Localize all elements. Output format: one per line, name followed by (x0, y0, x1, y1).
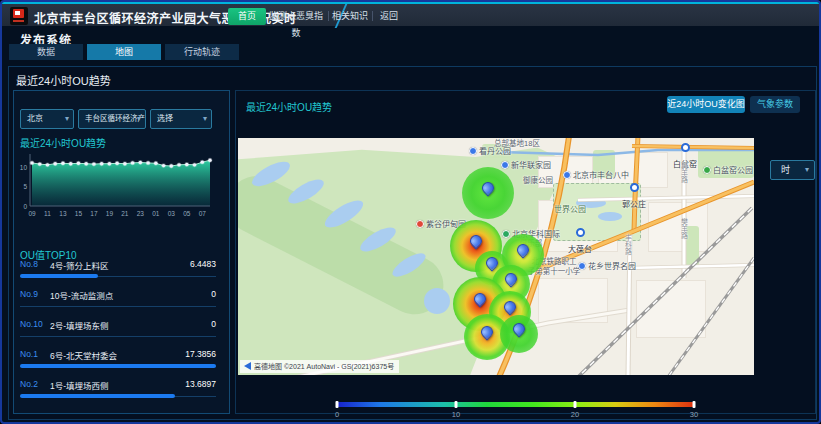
progress-track (20, 304, 216, 308)
svg-text:09: 09 (28, 210, 36, 217)
app-window: 北京市丰台区循环经济产业园大气恶臭状况实时 首页 监测点恶臭指数 相关知识 返回… (0, 0, 821, 424)
rank-label: No.1 (20, 349, 38, 359)
poi-cgreen-poi-icon (502, 230, 510, 238)
ou-value: 6.4483 (190, 259, 216, 269)
tab-data[interactable]: 数据 (9, 44, 83, 60)
site-select[interactable]: 选择 ▾ (150, 109, 212, 129)
scale-tick (336, 401, 339, 408)
scale-tick (454, 401, 457, 408)
metro-icon (576, 228, 585, 237)
header: 北京市丰台区循环经济产业园大气恶臭状况实时 首页 监测点恶臭指数 相关知识 返回 (2, 2, 819, 26)
poi-green-poi-icon (703, 166, 711, 174)
ranking-row[interactable]: No.2 1号-填埋场西侧 13.6897 (20, 379, 216, 401)
svg-text:0: 0 (23, 203, 27, 210)
scale-label: 20 (571, 410, 579, 419)
ou-color-scale (337, 402, 694, 407)
metro-station-label: 郭公庄 (622, 183, 646, 211)
svg-text:13: 13 (59, 210, 67, 217)
progress-track (20, 364, 216, 368)
time-unit-value: 时 (781, 165, 790, 175)
ou-value: 0 (211, 289, 216, 299)
map-label: 北京市丰台八中 (563, 171, 629, 180)
map-label: 白盆窑公园 (703, 166, 753, 175)
poi-blue-poi-icon (563, 171, 571, 179)
scale-label: 10 (452, 410, 460, 419)
svg-text:21: 21 (121, 210, 129, 217)
progress-fill (20, 364, 216, 368)
site-name: 6号-北天堂村委会 (50, 349, 117, 361)
map-label: 新华联家园 (501, 161, 551, 170)
progress-track (20, 334, 216, 338)
svg-text:05: 05 (183, 210, 191, 217)
site-name: 4号-筛分上料区 (50, 259, 109, 271)
nav-item-home[interactable]: 首页 (228, 8, 266, 25)
rank-label: No.9 (20, 289, 38, 299)
poi-red-poi-icon (416, 220, 424, 228)
ranking-row[interactable]: No.10 2号-填埋场东侧 0 (20, 319, 216, 341)
metro-icon (630, 183, 639, 192)
map-attribution: 高德地图 ©2021 AutoNavi - GS(2021)6375号 (240, 360, 399, 373)
nav-item-back[interactable]: 返回 (374, 8, 404, 25)
progress-fill (20, 394, 175, 398)
chevron-down-icon: ▾ (203, 110, 207, 128)
poi-blue-poi-icon (501, 161, 509, 169)
attribution-text: 高德地图 ©2021 AutoNavi - GS(2021)6375号 (254, 363, 394, 370)
site-name: 10号-流动监测点 (50, 289, 113, 301)
time-unit-select[interactable]: 时 ▾ (770, 160, 815, 180)
ou-value: 17.3856 (185, 349, 216, 359)
svg-text:15: 15 (75, 210, 83, 217)
ranking-row[interactable]: No.1 6号-北天堂村委会 17.3856 (20, 349, 216, 371)
chevron-down-icon: ▾ (65, 110, 69, 128)
city-select[interactable]: 北京 ▾ (20, 109, 74, 129)
svg-text:23: 23 (137, 210, 145, 217)
metro-icon (681, 143, 690, 152)
ranking-row[interactable]: No.8 4号-筛分上料区 6.4483 (20, 259, 216, 281)
svg-text:19: 19 (106, 210, 114, 217)
chevron-down-icon: ▾ (137, 110, 141, 128)
progress-fill (20, 274, 98, 278)
scale-tick (693, 401, 696, 408)
svg-text:07: 07 (199, 210, 207, 217)
map-label: 花乡世界名园 (578, 262, 636, 271)
scale-tick (573, 401, 576, 408)
panel-title: 最近24小时OU趋势 (16, 72, 111, 88)
nav-separator (372, 11, 373, 21)
poi-blue-poi-icon (469, 147, 477, 155)
rank-label: No.10 (20, 319, 43, 329)
map-label: 世界公园 (554, 206, 586, 214)
map-label: 御康公园 (523, 177, 553, 185)
scale-label: 30 (690, 410, 698, 419)
city-select-value: 北京 (27, 114, 43, 123)
map-label: 看丹公园 (469, 147, 511, 156)
svg-text:03: 03 (168, 210, 176, 217)
weather-params-button[interactable]: 气象参数 (750, 96, 800, 113)
chevron-down-icon: ▾ (805, 161, 809, 179)
app-logo (10, 7, 28, 25)
map-label: 丰科路 (625, 234, 632, 255)
map-label: 樊羊路 (681, 162, 688, 183)
site-name: 1号-填埋场西侧 (50, 379, 109, 391)
scale-label: 0 (335, 410, 339, 419)
site-name: 2号-填埋场东侧 (50, 319, 109, 331)
autonavi-logo (244, 362, 251, 370)
ou-trend-chart: 0510091113151719212301030507 (16, 148, 220, 238)
ou-value: 0 (211, 319, 216, 329)
ou-change-map-button[interactable]: 近24小时OU变化图 (667, 96, 745, 113)
site-select-value: 选择 (157, 114, 173, 123)
park-select[interactable]: 丰台区循环经济产 ▾ (78, 109, 146, 129)
map-canvas[interactable]: 总部基地18区看丹公园新华联家园御康公园北京市丰台八中郭公庄白盆窑白盆窑公园大葆… (238, 138, 754, 375)
ranking-row[interactable]: No.9 10号-流动监测点 0 (20, 289, 216, 311)
nav-item-station-index[interactable]: 监测点恶臭指数 (266, 8, 326, 25)
map-label: 樊羊路 (681, 218, 688, 239)
svg-text:10: 10 (20, 164, 28, 171)
tab-map[interactable]: 地图 (87, 44, 161, 60)
nav-item-knowledge[interactable]: 相关知识 (330, 8, 370, 25)
tab-track[interactable]: 行动轨迹 (165, 44, 239, 60)
poi-blue-poi-icon (578, 262, 586, 270)
svg-text:11: 11 (44, 210, 51, 217)
metro-station-label: 大葆台 (568, 228, 592, 256)
nav-separator (328, 11, 329, 21)
progress-track (20, 274, 216, 278)
rank-label: No.8 (20, 259, 38, 269)
ou-value: 13.6897 (185, 379, 216, 389)
